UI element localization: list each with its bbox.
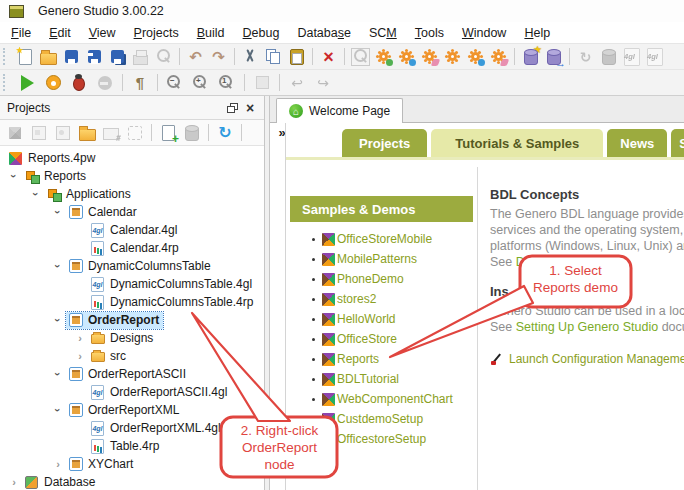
welcome-tab-projects[interactable]: Projects <box>342 129 427 157</box>
sample-item-stores2[interactable]: stores2 <box>286 289 477 309</box>
delete-button[interactable]: × <box>317 46 340 68</box>
tree-node-reports-4pw[interactable]: Reports.4pw <box>0 149 264 167</box>
new-db-schema-button[interactable]: ★ <box>519 46 542 68</box>
profile-button[interactable] <box>40 72 66 94</box>
tree-node-dynamiccolumnstable[interactable]: ›DynamicColumnsTable <box>0 257 264 275</box>
rebuild-all-button[interactable] <box>464 46 487 68</box>
build-dependencies-button[interactable] <box>395 46 418 68</box>
tree-node-label: OrderReportASCII.4gl <box>110 385 227 399</box>
new-file-in-project-button[interactable]: + <box>156 122 180 144</box>
sample-item-helloworld[interactable]: HelloWorld <box>286 309 477 329</box>
open-project-folder-button[interactable] <box>75 122 99 144</box>
expander-open-icon[interactable]: › <box>52 204 64 220</box>
tree-node-orderreportxml[interactable]: ›OrderReportXML <box>0 401 264 419</box>
expander-open-icon[interactable]: › <box>30 186 42 202</box>
sample-item-phonedemo[interactable]: PhoneDemo <box>286 269 477 289</box>
launch-configuration-management-link[interactable]: Launch Configuration Management <box>509 351 684 367</box>
welcome-tab-s[interactable]: S <box>671 129 684 157</box>
build-all-button[interactable] <box>441 46 464 68</box>
save-as-button[interactable] <box>83 46 106 68</box>
menu-tools[interactable]: Tools <box>406 24 453 42</box>
expander-open-icon[interactable]: › <box>52 312 64 328</box>
sync-project-button[interactable]: ↻ <box>213 122 237 144</box>
tree-node-calendar-4rp[interactable]: Calendar.4rp <box>0 239 264 257</box>
clean-button[interactable] <box>418 46 441 68</box>
tree-node-label: Database <box>44 475 95 489</box>
tree-node-database[interactable]: ›Database <box>0 473 264 490</box>
sample-item-officestoremobile[interactable]: OfficeStoreMobile <box>286 229 477 249</box>
new-file-button[interactable] <box>14 46 37 68</box>
expander-closed-icon[interactable]: › <box>50 458 66 470</box>
import-db-schema-button[interactable]: → <box>542 46 565 68</box>
expander-open-icon[interactable]: › <box>52 366 64 382</box>
bdl-doc-link[interactable]: D <box>516 255 525 269</box>
sample-item-officestore[interactable]: OfficeStore <box>286 329 477 349</box>
expander-open-icon[interactable]: › <box>52 258 64 274</box>
sample-item-bdltutorial[interactable]: BDLTutorial <box>286 369 477 389</box>
package-image-button <box>51 122 75 144</box>
tree-node-calendar-4gl[interactable]: 4glCalendar.4gl <box>0 221 264 239</box>
tree-node-designs[interactable]: ›Designs <box>0 329 264 347</box>
expander-closed-icon[interactable]: › <box>72 350 88 362</box>
menu-window[interactable]: Window <box>453 24 515 42</box>
tree-node-table-4rp[interactable]: Table.4rp <box>0 437 264 455</box>
expander-closed-icon[interactable]: › <box>72 332 88 344</box>
format-marks-button[interactable]: ¶ <box>127 72 153 94</box>
tree-node-orderreportxml-4gl[interactable]: 4glOrderReportXML.4gl <box>0 419 264 437</box>
sample-item-officestoresetup[interactable]: OfficestoreSetup <box>286 429 477 449</box>
debug-button[interactable] <box>66 72 92 94</box>
copy-button[interactable] <box>262 46 285 68</box>
tree-node-orderreportascii[interactable]: ›OrderReportASCII <box>0 365 264 383</box>
menu-debug[interactable]: Debug <box>234 24 289 42</box>
redo-button[interactable]: ↷ <box>207 46 230 68</box>
tree-node-calendar[interactable]: ›Calendar <box>0 203 264 221</box>
expander-open-icon[interactable]: › <box>52 402 64 418</box>
build-button[interactable] <box>372 46 395 68</box>
panel-float-button[interactable] <box>223 100 241 116</box>
open-file-button[interactable] <box>37 46 60 68</box>
clean-all-button[interactable] <box>487 46 510 68</box>
sample-cube-icon <box>322 313 335 326</box>
application-icon <box>67 456 84 472</box>
expander-open-icon[interactable]: › <box>8 168 20 184</box>
menu-database[interactable]: Database <box>288 24 360 42</box>
menu-build[interactable]: Build <box>188 24 234 42</box>
setting-up-genero-studio-link[interactable]: Setting Up Genero Studio <box>516 320 658 334</box>
tree-node-src[interactable]: ›src <box>0 347 264 365</box>
application-icon <box>67 204 84 220</box>
zoom-reset-button[interactable]: 1 <box>214 72 240 94</box>
run-button[interactable] <box>14 72 40 94</box>
save-button[interactable] <box>60 46 83 68</box>
menu-edit[interactable]: Edit <box>40 24 80 42</box>
cut-button[interactable] <box>239 46 262 68</box>
menu-file[interactable]: File <box>2 24 40 42</box>
menu-view[interactable]: View <box>80 24 125 42</box>
save-all-button[interactable] <box>106 46 129 68</box>
zoom-out-icon: − <box>170 77 175 85</box>
undo-button[interactable]: ↶ <box>184 46 207 68</box>
menu-projects[interactable]: Projects <box>125 24 188 42</box>
tree-node-xychart[interactable]: ›XYChart <box>0 455 264 473</box>
tab-welcome-page[interactable]: ⌂ Welcome Page <box>276 98 403 123</box>
tree-node-dynamiccolumnstable-4rp[interactable]: DynamicColumnsTable.4rp <box>0 293 264 311</box>
tree-node-orderreport[interactable]: ›OrderReport <box>0 311 264 329</box>
menu-scm[interactable]: SCM <box>360 24 406 42</box>
zoom-in-button[interactable]: + <box>188 72 214 94</box>
tree-node-dynamiccolumnstable-4gl[interactable]: 4glDynamicColumnsTable.4gl <box>0 275 264 293</box>
sample-item-reports[interactable]: Reports <box>286 349 477 369</box>
sample-item-mobilepatterns[interactable]: MobilePatterns <box>286 249 477 269</box>
menu-help[interactable]: Help <box>515 24 559 42</box>
import-db-schema-icon: → <box>555 58 566 69</box>
tree-node-label: OrderReportASCII <box>88 367 186 381</box>
tree-node-applications[interactable]: ›Applications <box>0 185 264 203</box>
tree-node-orderreportascii-4gl[interactable]: 4glOrderReportASCII.4gl <box>0 383 264 401</box>
paste-button[interactable] <box>285 46 308 68</box>
expander-closed-icon[interactable]: › <box>6 476 22 488</box>
welcome-tab-news[interactable]: News <box>607 129 667 157</box>
zoom-out-button[interactable]: − <box>162 72 188 94</box>
sample-item-custdemosetup[interactable]: CustdemoSetup <box>286 409 477 429</box>
sample-item-webcomponentchart[interactable]: WebComponentChart <box>286 389 477 409</box>
panel-close-button[interactable]: × <box>241 100 259 116</box>
welcome-tab-tutorials-samples[interactable]: Tutorials & Samples <box>431 129 603 157</box>
tree-node-reports[interactable]: ›Reports <box>0 167 264 185</box>
